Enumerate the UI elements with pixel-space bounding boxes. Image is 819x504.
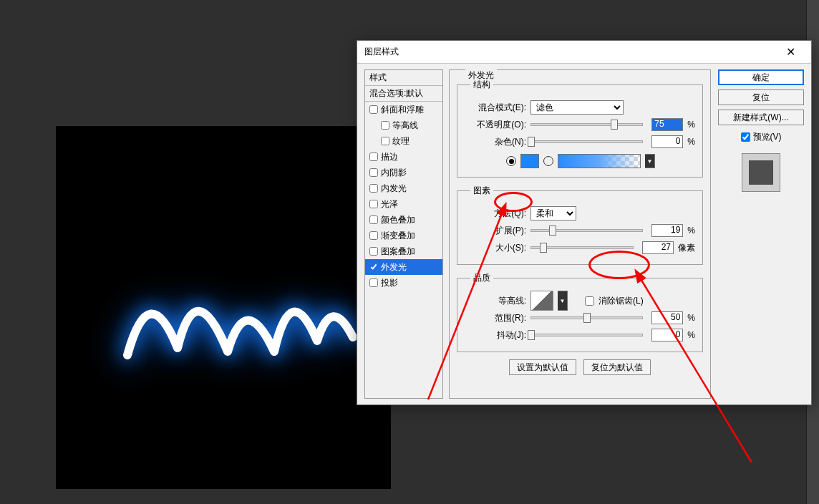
- effect-contour[interactable]: 等高线: [365, 117, 442, 133]
- contour-dropdown-icon[interactable]: ▼: [558, 291, 568, 311]
- elements-legend: 图素: [470, 185, 493, 197]
- technique-label: 方法(Q):: [465, 208, 526, 220]
- anti-alias-checkbox[interactable]: [585, 296, 594, 306]
- effect-checkbox[interactable]: [369, 105, 378, 114]
- range-slider[interactable]: [530, 316, 643, 319]
- blend-options-header[interactable]: 混合选项:默认: [365, 86, 442, 102]
- center-panel: 外发光 结构 混合模式(E): 滤色 不透明度(O): 75 %: [443, 64, 717, 404]
- blend-mode-label: 混合模式(E):: [465, 102, 526, 114]
- document-canvas: [56, 126, 391, 489]
- structure-group: 结构 混合模式(E): 滤色 不透明度(O): 75 % 杂色(: [457, 79, 703, 178]
- spread-unit: %: [687, 226, 695, 236]
- styles-list: 样式 混合选项:默认 斜面和浮雕 等高线 纹理 描边 内阴影 内发光 光泽 颜色…: [364, 69, 443, 399]
- effect-checkbox[interactable]: [369, 200, 378, 208]
- neon-stroke: [106, 255, 378, 384]
- cancel-button[interactable]: 复位: [718, 89, 804, 105]
- spread-slider[interactable]: [530, 229, 643, 232]
- size-unit: 像素: [678, 242, 695, 254]
- jitter-input[interactable]: 0: [651, 329, 683, 341]
- jitter-unit: %: [687, 330, 695, 340]
- structure-legend: 结构: [470, 79, 493, 91]
- effect-pattern-overlay[interactable]: 图案叠加: [365, 243, 442, 259]
- effect-checkbox[interactable]: [369, 152, 378, 161]
- effect-outer-glow[interactable]: 外发光: [365, 259, 442, 275]
- slider-thumb[interactable]: [540, 243, 547, 253]
- size-input[interactable]: 27: [642, 241, 674, 254]
- effect-checkbox[interactable]: [381, 121, 389, 130]
- anti-alias-label: 消除锯齿(L): [598, 295, 644, 307]
- effect-checkbox[interactable]: [369, 231, 378, 240]
- opacity-label: 不透明度(O):: [465, 119, 526, 131]
- close-button[interactable]: ✕: [777, 42, 804, 62]
- range-label: 范围(R):: [465, 312, 526, 324]
- noise-unit: %: [687, 137, 695, 147]
- size-label: 大小(S):: [465, 242, 526, 254]
- opacity-unit: %: [687, 120, 695, 130]
- color-solid-radio[interactable]: [506, 156, 516, 166]
- reset-default-button[interactable]: 复位为默认值: [583, 359, 651, 375]
- jitter-label: 抖动(J):: [465, 329, 526, 341]
- contour-picker[interactable]: [530, 291, 553, 311]
- slider-thumb[interactable]: [549, 226, 556, 236]
- effect-stroke[interactable]: 描边: [365, 149, 442, 165]
- title-bar: 图层样式 ✕: [357, 41, 811, 64]
- effect-checkbox[interactable]: [369, 184, 378, 193]
- right-buttons: 确定 复位 新建样式(W)... 预览(V): [717, 64, 811, 404]
- effect-color-overlay[interactable]: 颜色叠加: [365, 212, 442, 228]
- effect-bevel[interactable]: 斜面和浮雕: [365, 102, 442, 117]
- range-unit: %: [687, 313, 695, 323]
- quality-legend: 品质: [470, 272, 493, 284]
- color-gradient-radio[interactable]: [543, 156, 553, 166]
- gradient-dropdown-icon[interactable]: ▼: [645, 154, 655, 168]
- close-icon: ✕: [786, 45, 795, 59]
- preview-label: 预览(V): [753, 131, 782, 143]
- spread-label: 扩展(P):: [465, 225, 526, 237]
- effect-checkbox[interactable]: [369, 247, 378, 256]
- jitter-slider[interactable]: [530, 334, 643, 336]
- effect-checkbox[interactable]: [369, 278, 378, 287]
- slider-thumb[interactable]: [611, 120, 618, 130]
- effect-checkbox[interactable]: [381, 137, 389, 145]
- layer-style-dialog: 图层样式 ✕ 样式 混合选项:默认 斜面和浮雕 等高线 纹理 描边 内阴影 内发…: [357, 40, 812, 405]
- make-default-button[interactable]: 设置为默认值: [509, 359, 576, 375]
- slider-thumb[interactable]: [528, 330, 535, 340]
- noise-label: 杂色(N):: [465, 136, 526, 148]
- opacity-input[interactable]: 75: [651, 118, 683, 131]
- effect-checkbox[interactable]: [369, 263, 378, 271]
- preview-checkbox[interactable]: [741, 132, 750, 142]
- opacity-slider[interactable]: [530, 123, 643, 126]
- effect-gradient-overlay[interactable]: 渐变叠加: [365, 228, 442, 243]
- effect-checkbox[interactable]: [369, 168, 378, 177]
- effect-checkbox[interactable]: [369, 215, 378, 224]
- effect-drop-shadow[interactable]: 投影: [365, 275, 442, 291]
- noise-slider[interactable]: [530, 140, 643, 143]
- effect-inner-glow[interactable]: 内发光: [365, 180, 442, 196]
- ok-button[interactable]: 确定: [718, 69, 804, 85]
- size-slider[interactable]: [530, 246, 634, 249]
- noise-input[interactable]: 0: [651, 135, 683, 148]
- spread-input[interactable]: 19: [651, 224, 683, 237]
- elements-group: 图素 方法(Q): 柔和 扩展(P): 19 % 大小(S):: [457, 185, 703, 265]
- preview-swatch: [742, 153, 780, 192]
- styles-header[interactable]: 样式: [365, 70, 442, 86]
- dialog-title: 图层样式: [364, 46, 777, 58]
- quality-group: 品质 等高线: ▼ 消除锯齿(L) 范围(R): 50 %: [457, 272, 703, 352]
- contour-label: 等高线:: [465, 295, 526, 307]
- new-style-button[interactable]: 新建样式(W)...: [718, 110, 804, 125]
- effect-inner-shadow[interactable]: 内阴影: [365, 165, 442, 180]
- slider-thumb[interactable]: [528, 137, 535, 147]
- range-input[interactable]: 50: [651, 311, 683, 324]
- effect-satin[interactable]: 光泽: [365, 196, 442, 212]
- blend-mode-select[interactable]: 滤色: [530, 100, 624, 115]
- technique-select[interactable]: 柔和: [530, 206, 576, 220]
- glow-color-swatch[interactable]: [520, 154, 539, 168]
- glow-gradient-swatch[interactable]: [558, 154, 641, 168]
- slider-thumb[interactable]: [583, 313, 591, 323]
- effect-texture[interactable]: 纹理: [365, 133, 442, 149]
